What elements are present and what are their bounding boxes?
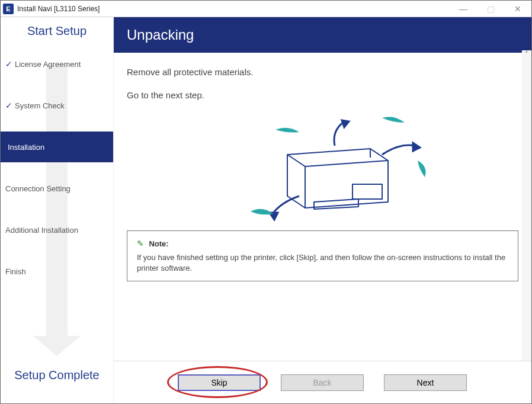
step-connection-setting: Connection Setting xyxy=(1,173,113,204)
note-label: Note: xyxy=(149,239,168,248)
window-title: Install Navi [L3110 Series] xyxy=(17,5,100,13)
printer-illustration xyxy=(204,113,441,220)
main-panel: Unpacking Remove all protective material… xyxy=(113,17,531,403)
maximize-button: ▢ xyxy=(477,1,504,17)
next-button[interactable]: Next xyxy=(384,374,467,391)
step-license-agreement: ✓ License Agreement xyxy=(1,49,113,79)
step-label: Installation xyxy=(8,143,44,152)
step-label: Connection Setting xyxy=(5,184,70,193)
content-area: Remove all protective materials. Go to t… xyxy=(114,53,531,403)
skip-button[interactable]: Skip xyxy=(178,374,261,391)
svg-rect-0 xyxy=(352,184,382,199)
window-controls: — ▢ ✕ xyxy=(450,1,531,17)
sidebar: Start Setup ✓ License Agreement ✓ System… xyxy=(1,17,113,403)
pencil-icon: ✎ xyxy=(137,239,144,248)
close-button[interactable]: ✕ xyxy=(504,1,531,17)
step-system-check: ✓ System Check xyxy=(1,90,113,121)
check-icon: ✓ xyxy=(5,59,12,69)
svg-marker-2 xyxy=(413,143,420,151)
check-icon: ✓ xyxy=(5,101,12,110)
sidebar-footer: Setup Complete xyxy=(14,368,99,382)
scroll-up-icon[interactable]: ˄ xyxy=(522,50,531,60)
back-button[interactable]: Back xyxy=(281,374,364,391)
minimize-button[interactable]: — xyxy=(450,1,477,17)
step-list: ✓ License Agreement ✓ System Check Insta… xyxy=(1,49,113,297)
app-icon: E xyxy=(3,4,14,14)
svg-marker-1 xyxy=(342,120,349,127)
instruction-line-1: Remove all protective materials. xyxy=(127,67,518,77)
button-bar: Skip Back Next xyxy=(113,361,531,403)
step-label: Finish xyxy=(5,267,26,276)
note-box: ✎ Note: If you have finished setting up … xyxy=(127,230,518,281)
page-heading: Unpacking xyxy=(114,17,531,53)
step-label: Additional Installation xyxy=(5,226,78,235)
step-label: License Agreement xyxy=(15,60,81,69)
instruction-line-2: Go to the next step. xyxy=(127,90,518,100)
step-finish: Finish xyxy=(1,256,113,287)
installer-window: E Install Navi [L3110 Series] — ▢ ✕ Star… xyxy=(0,0,532,404)
sidebar-header: Start Setup xyxy=(27,24,86,38)
titlebar: E Install Navi [L3110 Series] — ▢ ✕ xyxy=(1,1,531,17)
step-label: System Check xyxy=(15,101,65,110)
step-installation: Installation xyxy=(1,132,113,162)
progress-arrow-head xyxy=(33,336,81,356)
step-additional-installation: Additional Installation xyxy=(1,214,113,245)
vertical-scrollbar[interactable]: ˄ xyxy=(522,50,531,361)
note-body: If you have finished setting up the prin… xyxy=(137,252,508,274)
